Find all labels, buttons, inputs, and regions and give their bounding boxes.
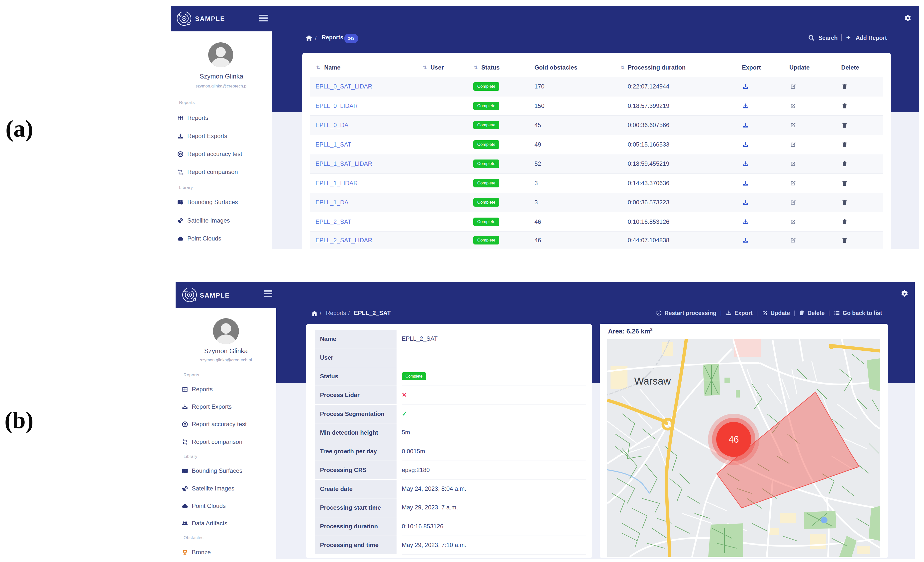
svg-text:46: 46 <box>729 434 739 445</box>
svg-text:Warsaw: Warsaw <box>634 375 671 387</box>
